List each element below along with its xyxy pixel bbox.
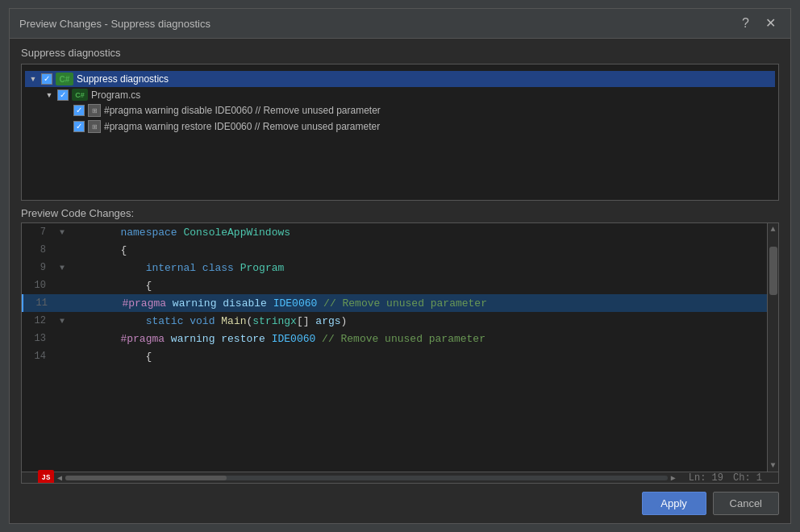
close-button[interactable]: ✕ [760,15,781,31]
line-num-12: 12 [22,315,54,326]
code-content-11: #pragma warning disable IDE0060 // Remov… [72,297,767,310]
line-num-8: 8 [22,244,54,256]
code-content-12: static void Main(stringx[] args) [70,315,767,327]
preview-section: Preview Code Changes: 7 ▼ namespace Cons… [10,201,790,484]
code-area-with-scroll: 7 ▼ namespace ConsoleAppWindows 8 { [22,223,778,472]
scrollbar-v-thumb[interactable] [769,247,777,295]
cs-badge-root: C# [56,73,73,85]
tree-checkbox-root[interactable] [41,73,52,85]
line-arrow-12: ▼ [54,317,70,326]
code-content-7: namespace ConsoleAppWindows [70,227,767,239]
status-ln: Ln: 19 [689,472,723,484]
preview-label: Preview Code Changes: [10,201,790,222]
line-num-10: 10 [22,280,54,291]
status-right: Ln: 19 Ch: 1 [689,472,762,484]
tree-arrow-program: ▼ [44,90,54,100]
title-bar-actions: ? ✕ [737,15,781,31]
scrollbar-horizontal-bar[interactable]: JS ◀ ▶ Ln: 19 Ch: 1 [22,472,778,483]
code-line-7: 7 ▼ namespace ConsoleAppWindows [22,223,767,241]
code-line-9: 9 ▼ internal class Program [22,259,767,276]
tree-label-program: Program.cs [91,89,140,101]
title-bar: Preview Changes - Suppress diagnostics ?… [10,9,790,39]
apply-button[interactable]: Apply [642,492,706,515]
pragma-disable-icon: ⊞ [88,104,101,117]
dialog-title: Preview Changes - Suppress diagnostics [19,18,210,30]
code-content-14: { [70,351,767,363]
suppress-label: Suppress diagnostics [21,47,121,59]
dialog-footer: Apply Cancel [10,484,790,523]
code-lines[interactable]: 7 ▼ namespace ConsoleAppWindows 8 { [22,223,767,472]
tree-item-pragma-restore[interactable]: ⊞ #pragma warning restore IDE0060 // Rem… [57,118,775,135]
scrollbar-thumb-h[interactable] [65,476,227,480]
code-content-13: #pragma warning restore IDE0060 // Remov… [70,333,767,345]
line-num-7: 7 [22,227,54,238]
line-num-11: 11 [23,297,56,309]
tree-label-root: Suppress diagnostics [77,73,169,85]
code-line-8: 8 { [22,241,767,259]
tree-arrow-pragma-restore [60,122,70,131]
tree-arrow-root: ▼ [28,74,38,84]
code-content-10: { [70,280,767,292]
code-line-11: 11 #pragma warning disable IDE0060 // Re… [22,294,767,312]
tree-item-program[interactable]: ▼ C# Program.cs [41,87,775,102]
scrollbar-track-h[interactable] [65,476,668,480]
code-line-14: 14 { [22,347,767,365]
code-line-12: 12 ▼ static void Main(stringx[] args) [22,312,767,330]
tree-arrow-pragma-disable [60,106,70,115]
tree-label-pragma-disable: #pragma warning disable IDE0060 // Remov… [104,105,381,116]
line-num-13: 13 [22,333,54,344]
code-line-13: 13 #pragma warning restore IDE0060 // Re… [22,330,767,347]
line-arrow-9: ▼ [54,264,70,272]
scroll-up-arrow[interactable]: ▲ [770,223,775,234]
line-num-9: 9 [22,262,54,273]
preview-changes-dialog: Preview Changes - Suppress diagnostics ?… [9,8,791,524]
tree-checkbox-program[interactable] [57,89,69,101]
line-num-14: 14 [22,351,54,362]
help-button[interactable]: ? [737,15,754,31]
status-ch: Ch: 1 [733,472,762,484]
code-editor: 7 ▼ namespace ConsoleAppWindows 8 { [21,222,779,484]
code-content-8: { [70,244,767,256]
scroll-down-arrow[interactable]: ▼ [770,461,775,472]
title-bar-left: Preview Changes - Suppress diagnostics [19,18,210,30]
suppress-section-header: Suppress diagnostics [10,39,790,64]
code-line-10: 10 { [22,276,767,294]
tree-item-pragma-disable[interactable]: ⊞ #pragma warning disable IDE0060 // Rem… [57,102,775,118]
tree-label-pragma-restore: #pragma warning restore IDE0060 // Remov… [104,121,380,132]
scrollbar-vertical[interactable]: ▲ ▼ [767,223,778,472]
code-content-9: internal class Program [70,262,767,274]
dialog-body: Suppress diagnostics ▼ C# Suppress diagn… [10,39,790,484]
scroll-right-arrow[interactable]: ▶ [668,473,679,483]
cs-badge-program: C# [72,89,88,101]
tree-item-root[interactable]: ▼ C# Suppress diagnostics [25,71,775,87]
jetbrains-logo: JS [38,470,54,484]
tree-section[interactable]: ▼ C# Suppress diagnostics ▼ C# Program.c… [21,64,779,201]
pragma-restore-icon: ⊞ [88,120,101,133]
scroll-left-arrow[interactable]: ◀ [54,473,65,483]
cancel-button[interactable]: Cancel [713,492,779,515]
tree-checkbox-pragma-disable[interactable] [73,105,85,116]
preview-label-text: Preview Code Changes: [21,207,134,219]
tree-checkbox-pragma-restore[interactable] [73,121,85,132]
line-arrow-7: ▼ [54,228,70,237]
